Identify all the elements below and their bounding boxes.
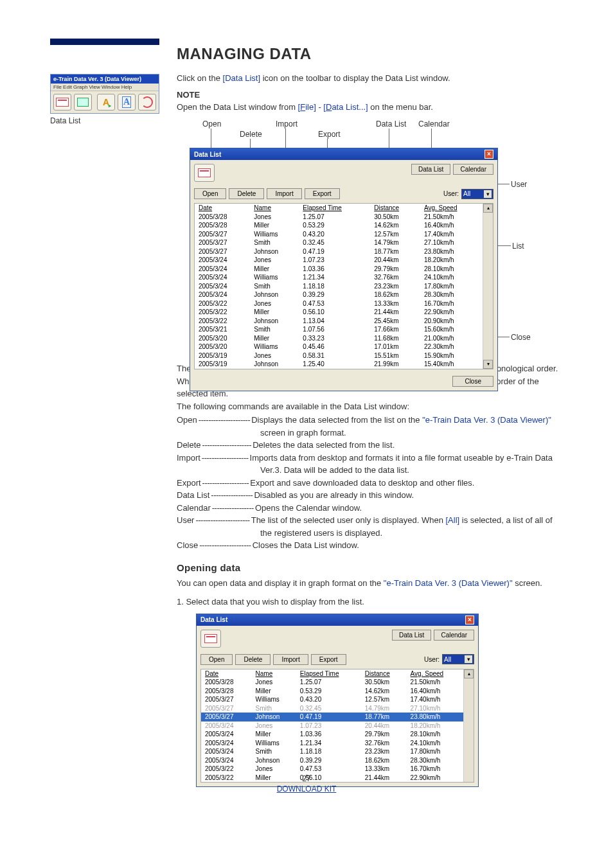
table-row[interactable]: 2005/3/28Jones1.25.0730.50km21.50km/h [195,213,483,222]
table-row[interactable]: 2005/3/28Miller0.53.2914.62km16.40km/h [195,221,483,230]
link-data-list[interactable]: [Data List] [223,73,261,83]
table-row[interactable]: 2005/3/27Smith0.32.4514.79km27.10km/h [195,238,483,247]
col-distance[interactable]: Distance [370,204,420,213]
table-row[interactable]: 2005/3/20Williams0.45.4617.01km22.30km/h [195,342,483,351]
cmd-dashes: ------------------- [201,477,251,490]
callout-import: Import [276,120,298,128]
cmd-import-desc: Imports data from desktop and formats it… [250,452,568,465]
calendar-button[interactable]: Calendar [434,630,474,641]
download-kit-link[interactable]: DOWNLOAD KIT [0,784,613,793]
mini-menubar: File Edit Graph View Window Help [51,84,159,91]
scroll-up-icon[interactable]: ▴ [483,204,493,213]
cmd-export: Export ------------------- Export and sa… [177,477,568,490]
note-post: on the menu bar. [368,102,433,112]
table-row[interactable]: 2005/3/24Miller1.03.3629.79km28.10km/h [201,730,463,739]
table-row[interactable]: 2005/3/21Smith1.07.5617.66km15.60km/h [195,325,483,334]
col-name[interactable]: Name [250,204,299,213]
data-table-2[interactable]: Date Name Elapsed Time Distance Avg. Spe… [201,669,463,783]
table-row[interactable]: 2005/3/28Jones1.25.0730.50km21.50km/h [201,678,463,687]
table-row[interactable]: 2005/3/24Jones1.07.2320.44km18.20km/h [201,722,463,731]
close-icon[interactable]: × [465,616,474,624]
viewer-icon[interactable] [200,630,221,648]
link-etrain-viewer-2[interactable]: "e-Train Data Ver. 3 (Data Viewer)" [384,578,513,588]
col-speed[interactable]: Avg. Speed [407,669,463,678]
export-button[interactable]: Export [311,654,346,665]
export-button[interactable]: Export [305,188,340,199]
scroll-down-icon[interactable]: ▾ [483,360,493,369]
table-row[interactable]: 2005/3/24Smith1.18.1823.23km17.80km/h [201,747,463,756]
datalist-button[interactable]: Data List [411,164,450,175]
cmd-delete-desc: Deletes the data selected from the list. [253,439,568,452]
callout-list: List [512,242,524,251]
cmd-dashes: --------------------- [197,414,251,427]
cmd-delete: Delete -------------------- Deletes the … [177,439,568,452]
close-button[interactable]: Close [452,376,493,387]
table-row[interactable]: 2005/3/27Johnson0.47.1918.77km23.80km/h [201,713,463,722]
cmd-user-desc-pre: The list of the selected user only is di… [251,515,446,525]
col-speed[interactable]: Avg. Speed [420,204,483,213]
table-row[interactable]: 2005/3/24Johnson0.39.2918.62km28.30km/h [201,756,463,765]
table-row[interactable]: 2005/3/24Miller1.03.3629.79km28.10km/h [195,265,483,274]
table-row[interactable]: 2005/3/24Williams1.21.3432.76km24.10km/h [195,273,483,282]
link-file-menu[interactable]: [File] [298,102,316,112]
font-increase-icon[interactable]: A [97,94,115,111]
import-button[interactable]: Import [267,188,301,199]
table-row[interactable]: 2005/3/24Johnson0.39.2918.62km28.30km/h [195,290,483,299]
table-row[interactable]: 2005/3/24Smith1.18.1823.23km17.80km/h [195,282,483,291]
link-datalist-menu[interactable]: [Data List...] [323,102,368,112]
datalist-icon[interactable] [74,94,92,111]
table-row[interactable]: 2005/3/19Johnson1.25.4021.99km15.40km/h [195,360,483,369]
table-row[interactable]: 2005/3/19Jones0.58.3115.51km15.90km/h [195,351,483,360]
viewer-icon[interactable] [194,164,215,182]
cmd-open-name: Open [177,414,197,427]
user-select[interactable]: All ▾ [442,654,474,664]
table-header-row[interactable]: Date Name Elapsed Time Distance Avg. Spe… [195,204,483,213]
delete-button[interactable]: Delete [229,188,264,199]
table-row[interactable]: 2005/3/22Miller0.56.1021.44km22.90km/h [195,308,483,317]
table-header-row[interactable]: Date Name Elapsed Time Distance Avg. Spe… [201,669,463,678]
scroll-up-icon[interactable]: ▴ [464,669,474,678]
open-button[interactable]: Open [194,188,226,199]
table-row[interactable]: 2005/3/22Johnson1.13.0425.45km20.90km/h [195,317,483,326]
datalist-button[interactable]: Data List [392,630,431,641]
col-etime[interactable]: Elapsed Time [296,669,361,678]
close-icon[interactable]: × [484,150,493,159]
table-row[interactable]: 2005/3/27Williams0.43.2012.57km17.40km/h [201,695,463,704]
open-button[interactable]: Open [200,654,233,665]
col-name[interactable]: Name [252,669,296,678]
delete-button[interactable]: Delete [235,654,271,665]
cmd-export-name: Export [177,477,201,490]
calendar-button[interactable]: Calendar [453,164,493,175]
data-table[interactable]: Date Name Elapsed Time Distance Avg. Spe… [195,204,483,369]
viewer-icon[interactable] [53,94,71,111]
table-row[interactable]: 2005/3/22Jones0.47.5313.33km16.70km/h [195,299,483,308]
table-row[interactable]: 2005/3/22Jones0.47.5313.33km16.70km/h [201,765,463,774]
col-distance[interactable]: Distance [361,669,407,678]
table-row[interactable]: 2005/3/24Jones1.07.2320.44km18.20km/h [195,256,483,265]
table-row[interactable]: 2005/3/27Williams0.43.2012.57km17.40km/h [195,230,483,239]
table-row[interactable]: 2005/3/24Williams1.21.3432.76km24.10km/h [201,739,463,748]
table-row[interactable]: 2005/3/20Miller0.33.2311.68km21.00km/h [195,334,483,343]
table-row[interactable]: 2005/3/28Miller0.53.2914.62km16.40km/h [201,687,463,696]
cmd-datalist-name: Data List [177,489,209,502]
note-text: Open the Data List window from [File] - … [177,101,568,114]
cmd-import: Import ------------------- Imports data … [177,452,568,465]
thumb-caption: Data List [50,116,159,125]
link-etrain-viewer[interactable]: "e-Train Data Ver. 3 (Data Viewer)" [422,415,551,425]
opening-pre: You can open data and display it in grap… [177,578,384,588]
scrollbar[interactable]: ▴ ▾ [483,204,493,369]
col-date[interactable]: Date [201,669,252,678]
link-all[interactable]: [All] [445,515,459,525]
table-row[interactable]: 2005/3/27Johnson0.47.1918.77km23.80km/h [195,247,483,256]
reload-icon[interactable] [138,94,156,111]
callout-delete: Delete [240,130,262,139]
intro-pre: Click on the [177,73,223,83]
user-select[interactable]: All ▾ [461,189,493,199]
scrollbar[interactable]: ▴ [463,669,474,783]
font-format-icon[interactable]: A [118,94,136,111]
cmd-dashes: ----------------- [209,489,254,502]
col-date[interactable]: Date [195,204,250,213]
table-row[interactable]: 2005/3/27Smith0.32.4514.79km27.10km/h [201,704,463,713]
col-etime[interactable]: Elapsed Time [299,204,370,213]
import-button[interactable]: Import [273,654,308,665]
